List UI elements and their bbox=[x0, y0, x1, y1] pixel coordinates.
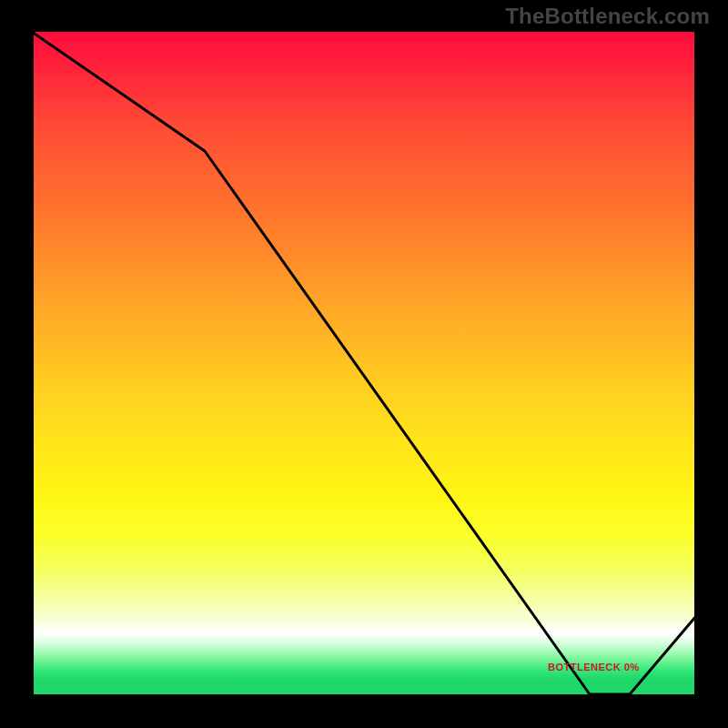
watermark-text: TheBottleneck.com bbox=[505, 4, 710, 29]
baseline-label: BOTTLENECK 0% bbox=[548, 662, 640, 672]
plot-frame: BOTTLENECK 0% bbox=[32, 32, 696, 696]
bottleneck-curve bbox=[32, 32, 696, 696]
chart-stage: TheBottleneck.com BOTTLENECK 0% bbox=[0, 0, 728, 728]
